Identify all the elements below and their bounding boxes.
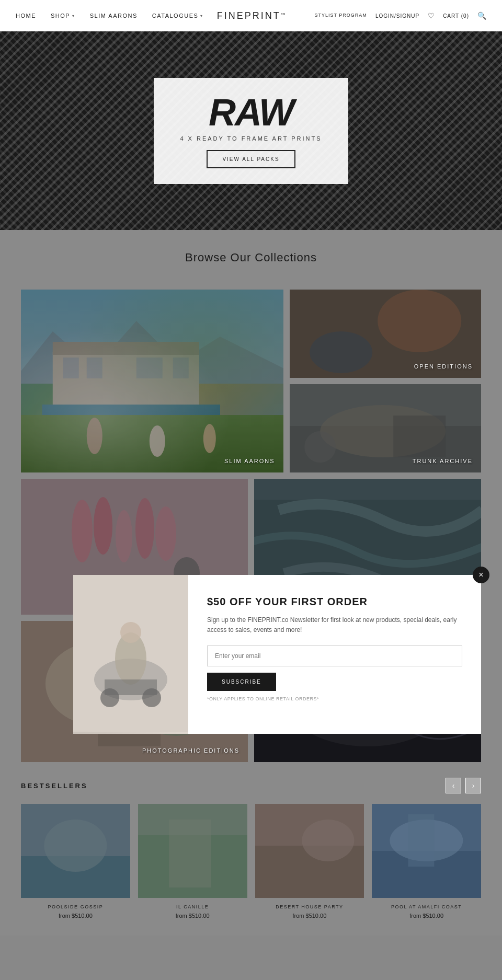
product-info-desert-house-party: DESERT HOUSE PARTY from $510.00 [255,898,364,925]
products-row: POOLSIDE GOSSIP from $510.00 IL CANILLE … [21,804,481,925]
search-icon[interactable]: 🔍 [477,11,486,20]
bestsellers-section: BESTSELLERS ‹ › POOLSIDE GOSSIP from $51… [0,762,502,936]
product-price: from $510.00 [376,913,477,919]
modal-description: Sign up to the FINEPRINT.co Newsletter f… [207,615,462,635]
open-editions-label: OPEN EDITIONS [414,363,473,370]
bestsellers-title: BESTSELLERS [21,782,88,790]
hero-subtitle: 4 x READY TO FRAME ART PRINTS [180,135,322,142]
slim-aarons-label: SLIM AARONS [224,458,275,464]
product-name: POOLSIDE GOSSIP [25,904,126,909]
collections-row-1: SLIM AARONS OPEN EDITIONS [21,290,481,472]
header-actions: STYLIST PROGRAM LOGIN/SIGNUP ♡ CART (0) … [315,11,486,20]
svg-rect-53 [138,804,247,898]
open-editions-collection[interactable]: OPEN EDITIONS [290,290,481,378]
product-price: from $510.00 [142,913,243,919]
product-image-il-canille [138,804,247,898]
modal-close-button[interactable]: × [473,567,489,583]
browse-title: Browse Our Collections [21,251,481,264]
main-nav: HOME SHOP ▾ SLIM AARONS CATALOGUES ▾ [16,13,203,19]
product-info-pool-at-amalfi-coast: POOL AT AMALFI COAST from $510.00 [372,898,481,925]
catalogues-dropdown-icon: ▾ [200,14,203,18]
email-input[interactable] [207,645,462,666]
right-small-stack: OPEN EDITIONS TRUNK ARCHIVE [290,290,481,472]
site-logo[interactable]: FINEPRINTco [217,10,285,21]
product-image-desert-house-party [255,804,364,898]
product-price: from $510.00 [259,913,360,919]
modal-title: $50 OFF YOUR FIRST ORDER [207,596,462,608]
svg-rect-49 [21,804,130,898]
header: HOME SHOP ▾ SLIM AARONS CATALOGUES ▾ FIN… [0,0,502,31]
bestsellers-header: BESTSELLERS ‹ › [21,778,481,793]
wishlist-icon[interactable]: ♡ [428,11,435,20]
product-item[interactable]: DESERT HOUSE PARTY from $510.00 [255,804,364,925]
trunk-archive-label: TRUNK ARCHIVE [413,458,473,464]
trunk-archive-collection[interactable]: TRUNK ARCHIVE [290,384,481,472]
product-image-poolside-gossip [21,804,130,898]
subscribe-button[interactable]: SUBSCRIBE [207,673,276,691]
hero-title: RAW [180,94,322,131]
product-item[interactable]: IL CANILLE from $510.00 [138,804,247,925]
product-image-pool-at-amalfi-coast [372,804,481,898]
login-signup-link[interactable]: LOGIN/SIGNUP [375,13,419,19]
nav-home[interactable]: HOME [16,13,36,19]
hero-cta-button[interactable]: VIEW ALL PACKS [207,150,295,168]
product-item[interactable]: POOL AT AMALFI COAST from $510.00 [372,804,481,925]
photographic-editions-label: PHOTOGRAPHIC EDITIONS [142,747,239,754]
product-info-poolside-gossip: POOLSIDE GOSSIP from $510.00 [21,898,130,925]
product-item[interactable]: POOLSIDE GOSSIP from $510.00 [21,804,130,925]
nav-shop[interactable]: SHOP ▾ [51,13,75,19]
slim-aarons-collection[interactable]: SLIM AARONS [21,290,283,472]
product-name: DESERT HOUSE PARTY [259,904,360,909]
svg-rect-69 [105,679,157,695]
product-info-il-canille: IL CANILLE from $510.00 [138,898,247,925]
slim-aarons-overlay [21,290,283,472]
shop-dropdown-icon: ▾ [72,14,75,18]
product-name: IL CANILLE [142,904,243,909]
product-name: POOL AT AMALFI COAST [376,904,477,909]
nav-slim-aarons[interactable]: SLIM AARONS [90,13,138,19]
hero-content-box: RAW 4 x READY TO FRAME ART PRINTS VIEW A… [154,78,348,184]
carousel-prev-button[interactable]: ‹ [446,778,461,793]
svg-rect-57 [255,804,364,898]
product-price: from $510.00 [25,913,126,919]
browse-section: Browse Our Collections [0,230,502,290]
hero-banner: RAW 4 x READY TO FRAME ART PRINTS VIEW A… [0,31,502,230]
modal-disclaimer: *ONLY APPLIES TO ONLINE RETAIL ORDERS* [207,696,462,701]
svg-point-66 [120,622,141,643]
cart-link[interactable]: CART (0) [443,13,469,19]
modal-image [73,575,188,734]
svg-rect-62 [372,804,481,898]
carousel-arrows: ‹ › [446,778,481,793]
carousel-next-button[interactable]: › [465,778,481,793]
stylist-program-link[interactable]: STYLIST PROGRAM [315,13,367,19]
newsletter-modal: × $50 OFF YOUR FIRST ORDER Sign up to th… [73,575,481,734]
modal-content: × $50 OFF YOUR FIRST ORDER Sign up to th… [188,575,481,734]
nav-catalogues[interactable]: CATALOGUES ▾ [152,13,203,19]
